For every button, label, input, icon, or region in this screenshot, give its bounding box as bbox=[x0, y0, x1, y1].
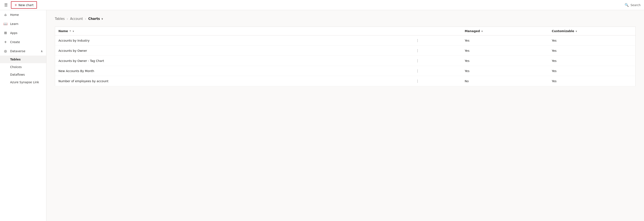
sidebar-item-choices-label: Choices bbox=[10, 65, 22, 69]
cell-name-5: Number of employees by account bbox=[55, 76, 374, 86]
cell-managed-2: Yes bbox=[461, 46, 548, 56]
breadcrumb-dropdown-chevron[interactable]: ∨ bbox=[101, 17, 103, 20]
charts-table: Name ↑ ∨ Managed ∨ Cust bbox=[55, 27, 636, 86]
sidebar: ⌂ Home 📖 Learn ⊞ Apps + Create ◎ Dataver… bbox=[0, 10, 46, 221]
sidebar-item-home[interactable]: ⌂ Home bbox=[0, 10, 46, 19]
sidebar-item-dataverse[interactable]: ◎ Dataverse ∧ bbox=[0, 47, 46, 56]
cell-name-2: Accounts by Owner bbox=[55, 46, 374, 56]
sort-asc-icon[interactable]: ↑ bbox=[69, 30, 71, 33]
sidebar-item-choices[interactable]: Choices bbox=[0, 63, 46, 71]
breadcrumb: Tables › Account › Charts ∨ bbox=[55, 17, 636, 21]
new-chart-button[interactable]: + New chart bbox=[11, 1, 37, 9]
search-label: Search bbox=[630, 4, 640, 7]
sidebar-item-learn[interactable]: 📖 Learn bbox=[0, 19, 46, 28]
breadcrumb-tables[interactable]: Tables bbox=[55, 17, 65, 21]
more-options-1[interactable]: ⋮ bbox=[374, 36, 461, 46]
column-header-customizable[interactable]: Customizable ∨ bbox=[548, 27, 636, 36]
more-dots-icon[interactable]: ⋮ bbox=[416, 49, 420, 53]
chevron-up-icon: ∧ bbox=[41, 50, 43, 53]
plus-icon: + bbox=[14, 3, 17, 7]
more-dots-icon[interactable]: ⋮ bbox=[416, 59, 420, 63]
apps-icon: ⊞ bbox=[4, 31, 8, 35]
cell-managed-4: Yes bbox=[461, 66, 548, 76]
customizable-sort-icon[interactable]: ∨ bbox=[576, 30, 577, 32]
column-header-managed[interactable]: Managed ∨ bbox=[461, 27, 548, 36]
more-options-2[interactable]: ⋮ bbox=[374, 46, 461, 56]
topbar: ☰ + New chart 🔍 Search bbox=[0, 0, 644, 10]
sidebar-item-dataverse-label: Dataverse bbox=[10, 50, 25, 53]
search-area[interactable]: 🔍 Search bbox=[624, 3, 640, 7]
more-options-4[interactable]: ⋮ bbox=[374, 66, 461, 76]
table-row: Accounts by Industry⋮YesYes bbox=[55, 36, 636, 46]
sidebar-item-azure-synapse-link[interactable]: Azure Synapse Link bbox=[0, 78, 46, 86]
sidebar-item-tables-label: Tables bbox=[10, 58, 21, 61]
cell-customizable-1: Yes bbox=[548, 36, 636, 46]
sidebar-sub-section: Tables Choices Dataflows Azure Synapse L… bbox=[0, 56, 46, 86]
column-customizable-label: Customizable bbox=[552, 29, 574, 33]
cell-customizable-2: Yes bbox=[548, 46, 636, 56]
row-name-5[interactable]: Number of employees by account bbox=[58, 79, 108, 83]
sidebar-item-apps[interactable]: ⊞ Apps bbox=[0, 28, 46, 37]
dataverse-left: ◎ Dataverse bbox=[4, 49, 25, 53]
more-options-3[interactable]: ⋮ bbox=[374, 56, 461, 66]
new-chart-label: New chart bbox=[18, 4, 34, 7]
row-name-4[interactable]: New Accounts By Month bbox=[58, 69, 94, 73]
cell-customizable-5: Yes bbox=[548, 76, 636, 86]
sort-desc-icon[interactable]: ∨ bbox=[72, 30, 74, 32]
row-name-1[interactable]: Accounts by Industry bbox=[58, 39, 90, 42]
row-name-3[interactable]: Accounts by Owner - Tag Chart bbox=[58, 59, 104, 63]
content-area: Tables › Account › Charts ∨ Name ↑ ∨ bbox=[46, 10, 644, 221]
cell-name-4: New Accounts By Month bbox=[55, 66, 374, 76]
hamburger-menu-icon[interactable]: ☰ bbox=[4, 2, 8, 8]
sidebar-item-azure-synapse-link-label: Azure Synapse Link bbox=[10, 81, 39, 84]
breadcrumb-sep-2: › bbox=[85, 17, 86, 21]
cell-customizable-4: Yes bbox=[548, 66, 636, 76]
cell-managed-3: Yes bbox=[461, 56, 548, 66]
managed-sort-icon[interactable]: ∨ bbox=[481, 30, 483, 32]
more-options-5[interactable]: ⋮ bbox=[374, 76, 461, 86]
table-row: Accounts by Owner⋮YesYes bbox=[55, 46, 636, 56]
breadcrumb-sep-1: › bbox=[67, 17, 68, 21]
cell-name-1: Accounts by Industry bbox=[55, 36, 374, 46]
create-icon: + bbox=[4, 40, 8, 44]
topbar-left: ☰ + New chart bbox=[4, 1, 624, 9]
more-dots-icon[interactable]: ⋮ bbox=[416, 39, 420, 43]
more-dots-icon[interactable]: ⋮ bbox=[416, 79, 420, 83]
sidebar-item-learn-label: Learn bbox=[10, 22, 18, 26]
main-layout: ⌂ Home 📖 Learn ⊞ Apps + Create ◎ Dataver… bbox=[0, 10, 644, 221]
search-icon: 🔍 bbox=[624, 3, 629, 7]
cell-managed-1: Yes bbox=[461, 36, 548, 46]
home-icon: ⌂ bbox=[4, 13, 8, 17]
breadcrumb-current-label: Charts bbox=[88, 17, 100, 21]
sidebar-item-apps-label: Apps bbox=[10, 31, 18, 35]
sidebar-item-dataflows[interactable]: Dataflows bbox=[0, 71, 46, 78]
sidebar-item-home-label: Home bbox=[10, 13, 19, 17]
sidebar-item-create[interactable]: + Create bbox=[0, 37, 46, 47]
column-header-spacer bbox=[374, 27, 461, 36]
learn-icon: 📖 bbox=[4, 22, 8, 26]
cell-customizable-3: Yes bbox=[548, 56, 636, 66]
more-dots-icon[interactable]: ⋮ bbox=[416, 69, 420, 73]
sidebar-item-dataflows-label: Dataflows bbox=[10, 73, 25, 76]
row-name-2[interactable]: Accounts by Owner bbox=[58, 49, 87, 52]
table-row: Number of employees by account⋮NoYes bbox=[55, 76, 636, 86]
breadcrumb-current: Charts ∨ bbox=[88, 17, 103, 21]
breadcrumb-account[interactable]: Account bbox=[70, 17, 83, 21]
cell-name-3: Accounts by Owner - Tag Chart bbox=[55, 56, 374, 66]
table-header-row: Name ↑ ∨ Managed ∨ Cust bbox=[55, 27, 636, 36]
column-managed-label: Managed bbox=[465, 29, 480, 33]
sidebar-item-create-label: Create bbox=[10, 40, 20, 44]
column-header-name[interactable]: Name ↑ ∨ bbox=[55, 27, 374, 36]
table-row: New Accounts By Month⋮YesYes bbox=[55, 66, 636, 76]
dataverse-icon: ◎ bbox=[4, 49, 8, 53]
cell-managed-5: No bbox=[461, 76, 548, 86]
column-name-label: Name bbox=[58, 29, 68, 33]
table-row: Accounts by Owner - Tag Chart⋮YesYes bbox=[55, 56, 636, 66]
sidebar-item-tables[interactable]: Tables bbox=[0, 56, 46, 63]
